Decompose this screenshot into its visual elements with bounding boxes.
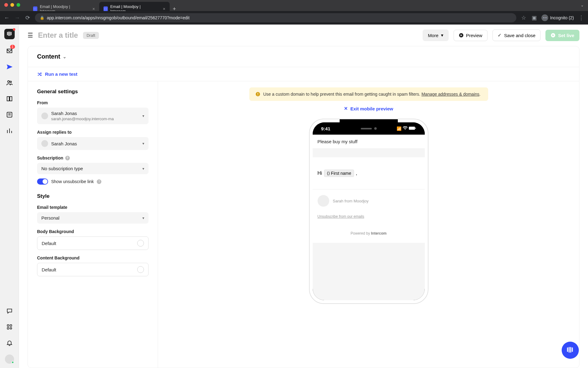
contacts-nav-icon[interactable] — [5, 79, 14, 87]
outbound-nav-icon[interactable] — [5, 63, 14, 71]
url-field[interactable]: 🔒 app.intercom.com/a/apps/nnsgmgob/outbo… — [35, 13, 516, 22]
window-close-button[interactable] — [4, 3, 8, 7]
content-bg-label: Content Background — [37, 255, 149, 260]
from-label: From — [37, 100, 149, 105]
run-test-label: Run a new test — [45, 71, 77, 77]
greeting-prefix: Hi — [318, 171, 322, 176]
intercom-favicon-icon: ⬚ — [104, 6, 108, 11]
subscription-label: Subscription ? — [37, 155, 149, 160]
incognito-badge[interactable]: 👓 Incognito (2) — [541, 14, 574, 21]
svg-rect-3 — [11, 32, 12, 35]
notification-dot-icon — [13, 28, 15, 31]
content-card: Content ⌄ Run a new test General setting… — [28, 46, 579, 368]
set-live-button[interactable]: Set live — [545, 30, 579, 41]
svg-rect-20 — [258, 95, 258, 96]
more-button[interactable]: More ▾ — [423, 29, 448, 41]
content-header[interactable]: Content ⌄ — [28, 46, 579, 67]
email-body: Hi ⟨⟩ First name , — [313, 157, 425, 189]
svg-rect-26 — [572, 347, 573, 352]
panel-icon[interactable]: ▣ — [531, 14, 537, 21]
intercom-logo[interactable] — [4, 29, 15, 39]
help-icon[interactable]: ? — [65, 156, 70, 160]
articles-nav-icon[interactable] — [5, 94, 14, 103]
incognito-icon: 👓 — [541, 14, 548, 21]
svg-rect-25 — [570, 347, 571, 353]
help-icon[interactable]: ? — [97, 179, 101, 184]
chevron-down-icon: ⌄ — [63, 54, 66, 59]
incognito-label: Incognito (2) — [550, 15, 574, 20]
sidebar-toggle-icon[interactable]: ☰ — [28, 32, 33, 39]
subscription-select[interactable]: No subscription type ▾ — [37, 163, 149, 174]
tabs-dropdown-icon[interactable]: ⌄ — [581, 3, 584, 7]
back-button[interactable]: ← — [4, 15, 10, 21]
email-footer: Sarah from Moodjoy Unsubscribe from our … — [313, 189, 425, 243]
exit-preview-label: Exit mobile preview — [350, 106, 393, 111]
bookmark-star-icon[interactable]: ☆ — [521, 14, 527, 21]
messenger-nav-icon[interactable] — [5, 307, 14, 315]
operator-nav-icon[interactable] — [5, 110, 14, 119]
from-name: Sarah Jonas — [51, 111, 139, 116]
exit-mobile-preview-button[interactable]: ✕ Exit mobile preview — [344, 106, 393, 111]
general-settings-heading: General settings — [37, 89, 149, 95]
phone-camera-icon — [374, 127, 377, 130]
content-bg-value: Default — [42, 267, 56, 272]
window-minimize-button[interactable] — [10, 3, 14, 7]
phone-sensor-cluster — [361, 127, 377, 130]
tab-close-icon[interactable]: × — [163, 6, 165, 11]
variable-icon: ⟨⟩ — [327, 171, 330, 176]
svg-rect-21 — [409, 127, 415, 130]
run-new-test-link[interactable]: Run a new test — [28, 67, 579, 81]
window-maximize-button[interactable] — [17, 3, 20, 7]
svg-point-5 — [10, 81, 11, 83]
sender-name: Sarah from Moodjoy — [333, 199, 369, 203]
draft-badge: Draft — [83, 32, 99, 39]
settings-panel: General settings From Sarah Jonas sarah.… — [28, 81, 158, 368]
manage-domains-link[interactable]: Manage addresses & domains — [421, 92, 479, 97]
template-select[interactable]: Personal ▾ — [37, 212, 149, 224]
menu-dots-icon[interactable]: ⋮ — [578, 14, 584, 21]
svg-rect-24 — [569, 347, 570, 353]
reload-button[interactable]: ⟳ — [24, 14, 31, 21]
reports-nav-icon[interactable] — [5, 126, 14, 135]
style-heading: Style — [37, 193, 149, 199]
svg-rect-19 — [258, 93, 258, 94]
user-avatar[interactable] — [5, 355, 14, 364]
svg-rect-12 — [7, 325, 9, 327]
body-bg-input[interactable]: Default — [37, 236, 149, 250]
tab-close-icon[interactable]: × — [92, 6, 95, 11]
phone-speaker-icon — [361, 128, 372, 129]
color-swatch-icon[interactable] — [137, 240, 144, 247]
unsubscribe-link[interactable]: Unsubscribe from our emails — [318, 214, 364, 219]
phone-time: 9:41 — [321, 126, 330, 131]
check-icon: ✓ — [498, 33, 502, 38]
content-bg-input[interactable]: Default — [37, 263, 149, 276]
from-email: sarah.jonas@moodjoy.intercom-ma — [51, 117, 139, 121]
body-bg-label: Body Background — [37, 229, 149, 234]
sender-avatar-icon — [318, 195, 329, 207]
more-label: More — [428, 33, 438, 38]
notifications-nav-icon[interactable] — [5, 339, 14, 347]
online-status-dot-icon — [11, 361, 14, 364]
forward-button[interactable]: → — [14, 15, 20, 21]
chevron-down-icon: ▾ — [142, 141, 144, 146]
email-subject: Please buy my stuff — [313, 135, 425, 149]
preview-button[interactable]: Preview — [454, 30, 488, 41]
browser-chrome: ⬚ Email | Moodjoy | Intercom × ⬚ Email |… — [0, 0, 588, 25]
unsubscribe-toggle[interactable] — [37, 178, 48, 185]
svg-rect-13 — [10, 325, 12, 327]
chat-launcher-button[interactable] — [562, 342, 579, 359]
set-live-label: Set live — [558, 33, 574, 38]
page-title[interactable]: Enter a title — [38, 31, 78, 40]
save-and-close-button[interactable]: ✓ Save and close — [492, 29, 541, 41]
inbox-nav-icon[interactable]: 1 — [5, 47, 14, 55]
left-rail: 1 — [0, 25, 19, 368]
apps-nav-icon[interactable] — [5, 323, 14, 331]
color-swatch-icon[interactable] — [137, 266, 144, 273]
assign-select[interactable]: Sarah Jonas ▾ — [37, 137, 149, 150]
battery-icon — [409, 126, 416, 131]
chevron-down-icon: ▾ — [441, 33, 443, 38]
powered-by: Powered by Intercom — [318, 231, 420, 236]
from-select[interactable]: Sarah Jonas sarah.jonas@moodjoy.intercom… — [37, 108, 149, 124]
svg-rect-22 — [415, 128, 416, 129]
preview-panel: Use a custom domain to help prevent this… — [158, 81, 579, 368]
